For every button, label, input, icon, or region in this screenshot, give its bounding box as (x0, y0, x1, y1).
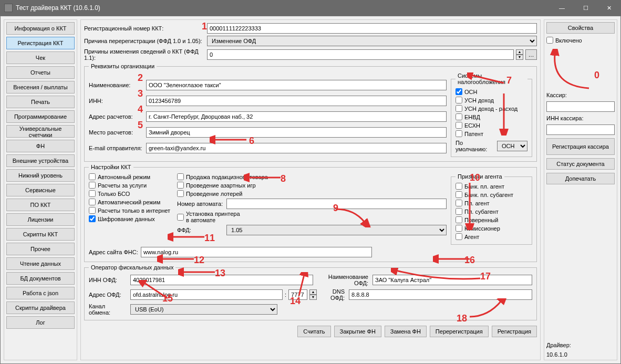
ofd-channel-select[interactable]: USB (EoU) (130, 304, 277, 315)
agent-legend: Признаки агента (456, 173, 504, 180)
kkt-internet-checkbox[interactable] (89, 207, 96, 214)
ofd-dns-label: DNS ОФД: (319, 288, 347, 301)
sidebar-item-5[interactable]: Печать (6, 96, 75, 108)
agent-bank-sub-checkbox[interactable] (456, 191, 462, 198)
kkt-bso-checkbox[interactable] (89, 190, 96, 197)
tax-eshn-checkbox[interactable] (456, 122, 462, 129)
agent-pay-checkbox[interactable] (456, 200, 462, 206)
ofd-legend: Оператор фискальных данных (89, 264, 175, 271)
kkt-auto-checkbox[interactable] (89, 199, 96, 205)
agent-attorney-checkbox[interactable] (456, 216, 462, 223)
sidebar-item-11[interactable]: Сервисные (6, 184, 75, 196)
sidebar-item-14[interactable]: Скрипты ККТ (6, 228, 75, 241)
reg-button[interactable]: Регистрация (492, 326, 537, 337)
sidebar-item-2[interactable]: Чек (6, 51, 75, 64)
reg-num-input[interactable] (207, 23, 537, 34)
sidebar-item-6[interactable]: Программирование (6, 110, 75, 123)
close-fn-button[interactable]: Закрытие ФН (334, 326, 381, 337)
sidebar-item-10[interactable]: Нижний уровень (6, 169, 75, 182)
ofd-port-input[interactable] (288, 289, 307, 300)
org-place-input[interactable] (146, 127, 447, 138)
agent-commissioner-checkbox[interactable] (456, 225, 462, 232)
tax-patent-checkbox[interactable] (456, 130, 462, 137)
kkt-encryption-checkbox[interactable] (89, 215, 96, 222)
org-addr-input[interactable] (146, 111, 447, 122)
sidebar-item-4[interactable]: Внесения / выплаты (6, 81, 75, 93)
org-name-input[interactable] (146, 80, 447, 90)
doc-status-button[interactable]: Статус документа (546, 158, 615, 170)
tax-envd-checkbox[interactable] (456, 113, 462, 120)
ofd-inn-label: ИНН ОФД: (89, 277, 128, 283)
ofd-group: Оператор фискальных данных ИНН ОФД: Наим… (84, 264, 537, 320)
kkt-autonomous-checkbox[interactable] (89, 173, 96, 180)
ffd-select[interactable]: 1.05 (226, 225, 447, 235)
kkt-legend: Настройки ККТ (89, 164, 133, 170)
agent-pay-label: Пл. агент (464, 200, 490, 206)
sidebar-item-13[interactable]: Лицензии (6, 213, 75, 226)
replace-fn-button[interactable]: Замена ФН (385, 326, 427, 337)
sidebar-item-17[interactable]: БД документов (6, 272, 75, 285)
org-inn-input[interactable] (146, 96, 447, 106)
fns-input[interactable] (141, 247, 372, 257)
kkt-auto-label: Автоматический режим (98, 199, 160, 205)
reg-num-label: Регистрационный номер ККТ: (84, 25, 205, 32)
tax-usn-expense-checkbox[interactable] (456, 105, 462, 112)
ofd-name-input[interactable] (372, 275, 532, 285)
kkt-printer-checkbox[interactable] (177, 214, 184, 221)
kkt-lottery-checkbox[interactable] (177, 190, 184, 197)
kkt-excise-label: Продажа подакцизного товара (186, 174, 268, 180)
kkt-excise-checkbox[interactable] (177, 173, 184, 180)
agent-group: Признаки агента Банк. пл. агент Банк. пл… (451, 173, 532, 245)
ofd-dns-input[interactable] (349, 289, 532, 300)
agent-bank-checkbox[interactable] (456, 183, 462, 190)
sidebar-item-1[interactable]: Регистрация ККТ (6, 37, 75, 49)
change-reasons-more-button[interactable]: … (525, 49, 537, 60)
agent-agent-label: Агент (464, 234, 479, 240)
sidebar-item-15[interactable]: Прочее (6, 243, 75, 255)
sidebar-item-9[interactable]: Внешние устройства (6, 154, 75, 167)
tax-osn-checkbox[interactable] (456, 88, 462, 95)
sidebar-item-3[interactable]: Отчеты (6, 66, 75, 79)
ofd-addr-input[interactable] (130, 289, 283, 300)
maximize-button[interactable]: ☐ (574, 0, 597, 16)
tax-usn-income-label: УСН доход (464, 97, 494, 103)
read-button[interactable]: Считать (297, 326, 330, 337)
automat-input[interactable] (226, 199, 447, 209)
org-inn-label: ИНН: (89, 98, 144, 104)
sidebar-item-8[interactable]: ФН (6, 140, 75, 152)
rereg-button[interactable]: Перерегистрация (430, 326, 489, 337)
tax-default-select[interactable]: ОСН (497, 141, 527, 151)
sidebar-item-16[interactable]: Чтение данных (6, 257, 75, 270)
agent-pay-sub-checkbox[interactable] (456, 208, 462, 215)
change-reasons-spinner[interactable]: ▲▼ (516, 49, 523, 60)
kkt-gambling-checkbox[interactable] (177, 182, 184, 189)
sidebar-item-20[interactable]: Лог (6, 316, 75, 329)
tax-default-label: По умолчанию: (456, 140, 495, 152)
ofd-port-spinner[interactable]: ▲▼ (309, 289, 317, 300)
ofd-addr-label: Адрес ОФД: (89, 292, 128, 298)
cashier-input[interactable] (546, 101, 615, 112)
sidebar-item-7[interactable]: Универсальные счетчики (6, 125, 75, 138)
agent-bank-sub-label: Банк. пл. субагент (464, 192, 513, 198)
enabled-checkbox[interactable] (546, 37, 553, 44)
sidebar-item-12[interactable]: ПО ККТ (6, 199, 75, 211)
ofd-inn-input[interactable] (130, 275, 313, 285)
tax-usn-income-checkbox[interactable] (456, 97, 462, 103)
org-email-label: E-mail отправителя: (89, 145, 144, 151)
reprint-button[interactable]: Допечатать (546, 173, 615, 184)
rereg-reason-select[interactable]: Изменение ОФД (207, 36, 537, 46)
close-button[interactable]: ✕ (597, 0, 621, 16)
sidebar-item-18[interactable]: Работа с json (6, 287, 75, 299)
minimize-button[interactable]: — (550, 0, 574, 16)
kkt-services-checkbox[interactable] (89, 182, 96, 189)
agent-agent-checkbox[interactable] (456, 233, 462, 240)
sidebar-item-0[interactable]: Информация о ККТ (6, 22, 75, 35)
cashier-inn-input[interactable] (546, 124, 615, 135)
sidebar-item-19[interactable]: Скрипты драйвера (6, 301, 75, 314)
properties-button[interactable]: Свойства (546, 22, 615, 34)
reg-cashier-button[interactable]: Регистрация кассира (546, 138, 615, 155)
org-email-input[interactable] (146, 143, 447, 153)
change-reasons-input[interactable] (207, 49, 514, 60)
kkt-autonomous-label: Автономный режим (98, 174, 150, 180)
kkt-printer-label: Установка принтера в автомате (186, 211, 244, 223)
